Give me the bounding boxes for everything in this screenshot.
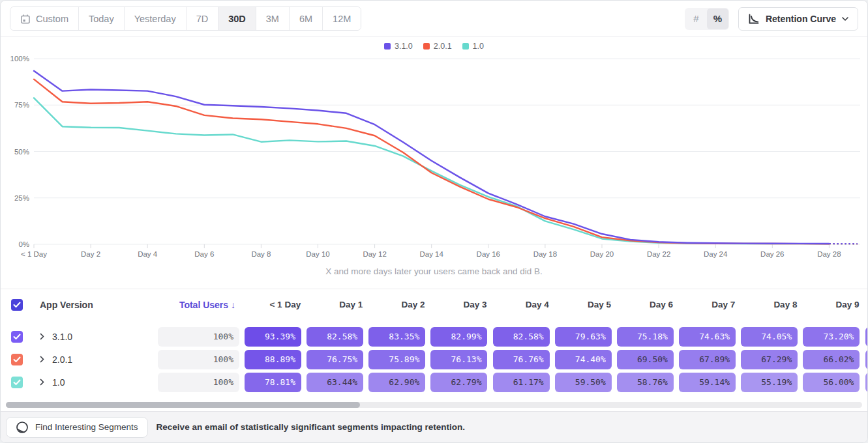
range-today-button[interactable]: Today <box>78 7 124 30</box>
retention-value-cell[interactable]: 75.89% <box>368 350 425 369</box>
retention-value-cell[interactable]: 76.13% <box>430 350 487 369</box>
svg-text:Day 22: Day 22 <box>647 250 670 258</box>
scrollbar-track[interactable] <box>6 402 862 408</box>
total-users-cell[interactable]: 100% <box>158 373 239 392</box>
retention-value-cell[interactable]: 59.50% <box>555 373 612 392</box>
retention-value-cell[interactable]: 62.90% <box>368 373 425 392</box>
svg-text:50%: 50% <box>14 148 29 156</box>
line-chart-plot[interactable]: 0%25%50%75%100%< 1 DayDay 2Day 4Day 6Day… <box>1 37 868 263</box>
total-users-cell[interactable]: 100% <box>158 350 239 369</box>
retention-value-cell[interactable]: 83.35% <box>368 327 425 347</box>
svg-text:Day 6: Day 6 <box>194 250 214 258</box>
retention-value-cell[interactable]: 74.40% <box>555 350 612 369</box>
retention-value-cell[interactable]: 66.02% <box>803 350 860 369</box>
unit-number-button[interactable]: # <box>685 8 707 29</box>
footer-bar: Find Interesting Segments Receive an ema… <box>1 411 867 442</box>
app-version-label: 1.0 <box>52 377 65 388</box>
legend-item-1-0[interactable]: 1.0 <box>462 42 484 51</box>
retention-value-cell[interactable]: 93.39% <box>245 327 301 347</box>
svg-text:75%: 75% <box>14 101 29 109</box>
column-header-day[interactable]: Day 1 <box>304 300 366 309</box>
legend-item-3-1-0[interactable]: 3.1.0 <box>384 42 413 51</box>
retention-value-cell[interactable]: 75.18% <box>617 327 674 347</box>
retention-value-cell-clipped[interactable] <box>865 327 867 347</box>
retention-value-cell[interactable]: 76.76% <box>493 350 550 369</box>
retention-chart: 3.1.0 2.0.1 1.0 0%25%50%75%100%< 1 DayDa… <box>1 37 867 289</box>
row-expander-chevron-icon[interactable] <box>40 333 44 340</box>
range-7d-button[interactable]: 7D <box>186 7 218 30</box>
column-header-day[interactable]: Day 9 <box>800 300 862 309</box>
column-header-day[interactable]: Day 3 <box>428 300 490 309</box>
hash-icon: # <box>693 13 698 24</box>
column-header-day[interactable]: Day 8 <box>738 300 800 309</box>
select-all-checkbox[interactable] <box>11 299 23 311</box>
row-expander-chevron-icon[interactable] <box>40 356 44 363</box>
retention-value-cell-clipped[interactable] <box>865 350 867 369</box>
check-icon <box>13 379 21 386</box>
retention-value-cell[interactable]: 62.79% <box>430 373 487 392</box>
retention-value-cell[interactable]: 79.63% <box>555 327 612 347</box>
retention-value-cell[interactable]: 82.58% <box>493 327 550 347</box>
retention-curve-icon <box>748 13 760 25</box>
column-header-day[interactable]: Day 5 <box>552 300 614 309</box>
retention-value-cell[interactable]: 63.44% <box>307 373 363 392</box>
unit-percent-button[interactable]: % <box>707 8 728 29</box>
retention-value-cell-clipped[interactable] <box>865 373 867 392</box>
range-12m-button[interactable]: 12M <box>322 7 361 30</box>
svg-text:Day 10: Day 10 <box>306 250 329 258</box>
toolbar: Custom Today Yesterday 7D 30D 3M 6M 12M … <box>1 1 867 37</box>
retention-value-cell[interactable]: 74.63% <box>679 327 736 347</box>
retention-value-cell[interactable]: 67.29% <box>741 350 798 369</box>
column-header-total-users[interactable]: Total Users ↓ <box>155 300 242 310</box>
retention-value-cell[interactable]: 76.75% <box>307 350 363 369</box>
retention-value-cell[interactable]: 73.20% <box>803 327 860 347</box>
row-checkbox[interactable] <box>11 331 23 343</box>
calendar-icon <box>20 14 31 24</box>
view-selector-label: Retention Curve <box>766 14 836 24</box>
retention-value-cell[interactable]: 56.00% <box>803 373 860 392</box>
retention-value-cell[interactable]: 78.81% <box>245 373 301 392</box>
view-selector-dropdown[interactable]: Retention Curve <box>738 7 858 31</box>
range-yesterday-button[interactable]: Yesterday <box>124 7 186 30</box>
table-row: 3.1.0100%93.39%82.58%83.35%82.99%82.58%7… <box>1 325 867 348</box>
row-checkbox[interactable] <box>11 377 23 388</box>
retention-table: App Version Total Users ↓ < 1 DayDay 1Da… <box>1 289 867 400</box>
retention-value-cell[interactable]: 67.89% <box>679 350 736 369</box>
column-header-day[interactable]: Day 2 <box>366 300 428 309</box>
svg-text:Day 20: Day 20 <box>590 250 614 258</box>
retention-value-cell[interactable]: 55.19% <box>741 373 798 392</box>
scrollbar-thumb[interactable] <box>6 402 360 408</box>
date-range-control: Custom Today Yesterday 7D 30D 3M 6M 12M <box>10 7 361 31</box>
find-interesting-segments-button[interactable]: Find Interesting Segments <box>6 417 148 438</box>
column-header-day[interactable]: Day 7 <box>676 300 738 309</box>
svg-text:Day 24: Day 24 <box>704 250 728 258</box>
retention-value-cell[interactable]: 88.89% <box>245 350 301 369</box>
column-header-app-version: App Version <box>29 300 155 310</box>
range-30d-button[interactable]: 30D <box>218 7 256 30</box>
svg-text:25%: 25% <box>14 194 29 202</box>
retention-value-cell[interactable]: 82.58% <box>307 327 363 347</box>
legend-swatch <box>423 43 430 50</box>
app-version-label: 2.0.1 <box>52 354 72 365</box>
retention-value-cell[interactable]: 74.05% <box>741 327 798 347</box>
unit-toggle: # % <box>685 8 729 30</box>
retention-value-cell[interactable]: 59.14% <box>679 373 736 392</box>
svg-text:Day 14: Day 14 <box>419 250 443 258</box>
retention-value-cell[interactable]: 69.50% <box>617 350 674 369</box>
total-users-cell[interactable]: 100% <box>158 327 239 347</box>
retention-value-cell[interactable]: 61.17% <box>493 373 550 392</box>
sort-descending-arrow: ↓ <box>231 300 235 310</box>
segments-icon <box>16 421 29 434</box>
row-checkbox[interactable] <box>11 354 23 365</box>
legend-item-2-0-1[interactable]: 2.0.1 <box>423 42 452 51</box>
retention-value-cell[interactable]: 58.76% <box>617 373 674 392</box>
column-header-day[interactable]: Day 6 <box>614 300 676 309</box>
range-6m-button[interactable]: 6M <box>289 7 322 30</box>
column-header-day[interactable]: < 1 Day <box>242 300 304 309</box>
column-header-day[interactable]: Day 4 <box>490 300 552 309</box>
row-expander-chevron-icon[interactable] <box>40 379 44 386</box>
retention-value-cell[interactable]: 82.99% <box>430 327 487 347</box>
range-custom-button[interactable]: Custom <box>10 7 78 30</box>
legend-swatch <box>384 43 391 50</box>
range-3m-button[interactable]: 3M <box>256 7 289 30</box>
